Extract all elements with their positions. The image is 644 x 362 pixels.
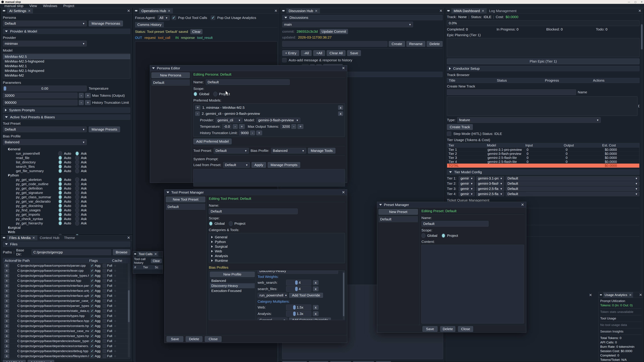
- new-persona-button[interactable]: New Persona: [152, 72, 190, 78]
- panel-close-icon[interactable]: ✕: [636, 8, 643, 13]
- remove-model-button[interactable]: x: [338, 105, 343, 110]
- persona-list-item[interactable]: Default: [152, 80, 190, 86]
- plan-epic-button[interactable]: Plan Epic (Tier 1): [447, 58, 640, 64]
- ask-radio[interactable]: [75, 156, 79, 160]
- agg-checkbox[interactable]: ✓: [90, 269, 94, 273]
- paths-label[interactable]: Paths: [3, 250, 12, 254]
- add-tool-override-button[interactable]: Add Tool Override: [289, 293, 323, 298]
- auto-add-checkbox[interactable]: [282, 58, 286, 62]
- content-textarea[interactable]: [422, 245, 524, 324]
- history-plus-button[interactable]: +: [85, 100, 91, 105]
- new-tool-preset-button[interactable]: New Tool Preset: [166, 197, 205, 202]
- create-discussion-button[interactable]: Create: [389, 41, 405, 47]
- remove-weight-button[interactable]: x: [313, 280, 318, 285]
- remove-file-button[interactable]: x: [4, 349, 9, 353]
- category-override-select[interactable]: General▼: [258, 318, 288, 320]
- tier-model-select[interactable]: gemini-2.5-flash▼: [476, 192, 504, 196]
- auto-radio[interactable]: [58, 182, 62, 186]
- provider-select[interactable]: minimax▼: [3, 41, 87, 46]
- manage-personas-button[interactable]: Manage Personas: [89, 21, 123, 26]
- agg-checkbox[interactable]: ✓: [90, 334, 94, 338]
- full-checkbox[interactable]: [103, 309, 106, 313]
- category-row[interactable]: Python: [211, 240, 342, 244]
- plus-all-button[interactable]: +All: [313, 50, 325, 56]
- delete-tool-preset-button[interactable]: Delete: [186, 336, 202, 342]
- tab-close-icon[interactable]: ✕: [629, 293, 632, 297]
- new-track-description-textarea[interactable]: [447, 96, 638, 116]
- tab-context-hub[interactable]: Context Hub: [38, 235, 62, 240]
- remove-file-button[interactable]: x: [4, 279, 9, 283]
- move-up-button[interactable]: +: [195, 105, 200, 110]
- ask-radio[interactable]: [75, 190, 79, 195]
- bias-profile-select[interactable]: Balanced▼: [3, 139, 87, 145]
- tpm-name-input[interactable]: Default: [209, 209, 298, 214]
- max-tokens-input[interactable]: 32000: [3, 93, 78, 98]
- ask-radio[interactable]: [75, 151, 79, 156]
- persona-editor-titlebar[interactable]: Persona Editor ✕: [150, 65, 347, 71]
- full-checkbox[interactable]: [103, 349, 106, 353]
- agg-checkbox[interactable]: ✓: [90, 314, 94, 318]
- collapse-panel-icon[interactable]: [1, 235, 7, 240]
- full-checkbox[interactable]: [103, 314, 106, 318]
- tier-persona-select[interactable]: Default▼: [506, 192, 640, 196]
- clear-all-button[interactable]: Clear All: [327, 50, 346, 56]
- create-track-button[interactable]: Create Track: [447, 124, 473, 130]
- tab-ai-settings[interactable]: AI Settings✕: [7, 8, 33, 13]
- new-track-name-input[interactable]: [447, 89, 576, 95]
- remove-file-button[interactable]: x: [4, 289, 9, 293]
- collapse-panel-icon[interactable]: [133, 8, 139, 13]
- update-commit-button[interactable]: Update Commit: [320, 29, 348, 34]
- remove-file-button[interactable]: x: [4, 294, 9, 298]
- tier-persona-select[interactable]: Default▼: [506, 187, 640, 191]
- remove-file-button[interactable]: x: [4, 314, 9, 318]
- full-checkbox[interactable]: [103, 329, 106, 333]
- bias-profile-list-item[interactable]: Balanced: [210, 278, 255, 283]
- manage-prompts-button[interactable]: Manage Prompts: [268, 162, 300, 168]
- to-history-button[interactable]: -> History: [353, 361, 374, 362]
- tier-model-select[interactable]: gemini-3.1-pro-p▼: [476, 176, 504, 181]
- tab-close-icon[interactable]: ✕: [315, 9, 318, 13]
- full-checkbox[interactable]: [103, 304, 106, 308]
- new-profile-button[interactable]: New Profile: [210, 272, 255, 277]
- weight-slider[interactable]: 4: [286, 280, 311, 285]
- collapse-panel-icon[interactable]: [1, 8, 7, 13]
- tier-provider-select[interactable]: gemini▼: [459, 187, 475, 191]
- model-list-item[interactable]: MiniMax-M2.5-highspeed: [3, 59, 130, 64]
- remove-file-button[interactable]: x: [4, 354, 9, 358]
- ask-radio[interactable]: [75, 208, 79, 213]
- profile-name-input[interactable]: Discovery-Heavy: [258, 271, 338, 274]
- files-section-header[interactable]: Files: [3, 242, 130, 247]
- agg-checkbox[interactable]: ✓: [90, 284, 94, 288]
- files-scrollbar[interactable]: [128, 264, 130, 357]
- close-icon[interactable]: ✕: [641, 1, 643, 3]
- move-down-button[interactable]: -: [195, 111, 200, 116]
- save-preset-button[interactable]: Save: [422, 326, 438, 332]
- remove-file-button[interactable]: x: [4, 304, 9, 308]
- category-caret-icon[interactable]: ▼: [3, 174, 8, 177]
- panel-close-icon[interactable]: ✕: [272, 8, 279, 13]
- auto-radio[interactable]: [58, 160, 62, 165]
- detached-window-close-icon[interactable]: ✕: [589, 293, 592, 297]
- auto-radio[interactable]: [58, 177, 62, 182]
- tab-theme[interactable]: Theme: [62, 235, 77, 240]
- tab-close-icon[interactable]: ✕: [482, 9, 484, 13]
- model-list-item[interactable]: MiniMax-M2.1-highspeed: [3, 68, 130, 73]
- auto-radio[interactable]: [58, 221, 62, 226]
- full-checkbox[interactable]: [103, 289, 106, 293]
- auto-radio[interactable]: [58, 156, 62, 160]
- panel-close-icon[interactable]: ✕: [638, 292, 643, 298]
- tier-provider-select[interactable]: gemini▼: [459, 176, 475, 181]
- window-close-icon[interactable]: ✕: [342, 66, 345, 70]
- pm-temp-input[interactable]: -0.0: [222, 124, 232, 129]
- window-close-icon[interactable]: ✕: [342, 190, 345, 195]
- agg-checkbox[interactable]: ✓: [90, 309, 94, 313]
- preferred-model-1[interactable]: 1. minimax - MiniMax-M2.5: [202, 106, 244, 110]
- add-wildcard-button[interactable]: Add Wildcard: [28, 360, 54, 362]
- tab-comms-history[interactable]: Comms History: [135, 22, 164, 27]
- agg-checkbox[interactable]: ✓: [90, 294, 94, 298]
- persona-name-input[interactable]: Default: [206, 79, 290, 85]
- multiplier-slider[interactable]: 1.5x: [286, 305, 311, 310]
- discussion-name-input[interactable]: [282, 41, 388, 47]
- agg-checkbox[interactable]: ✓: [90, 279, 94, 283]
- weight-slider[interactable]: 4: [286, 286, 311, 292]
